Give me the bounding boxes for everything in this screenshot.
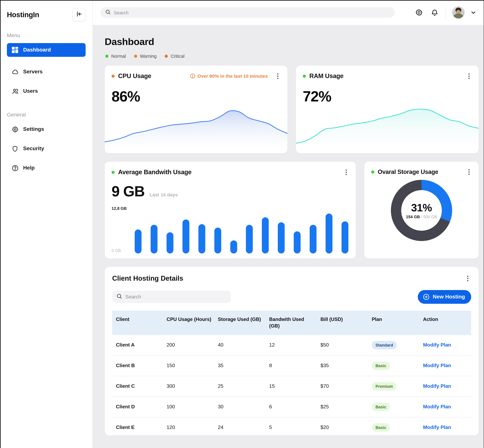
bandwidth-bar [262, 217, 269, 254]
cpu-status-dot [112, 74, 115, 78]
bandwidth-card-menu[interactable] [343, 169, 350, 175]
modify-plan-link[interactable]: Modify Plan [423, 425, 451, 430]
search-icon [116, 294, 122, 300]
sidebar-item-servers[interactable]: Servers [7, 65, 86, 79]
global-search[interactable] [100, 7, 395, 18]
sidebar-collapse-button[interactable] [73, 8, 86, 21]
bandwidth-used: 8 [266, 355, 317, 376]
modify-plan-link[interactable]: Modify Plan [423, 342, 451, 348]
legend-label: Warning [140, 54, 156, 59]
client-table-search[interactable] [112, 291, 231, 303]
sidebar-item-label: Settings [23, 126, 44, 132]
search-icon [105, 9, 111, 16]
kebab-menu-icon [277, 73, 279, 79]
y-axis-min-label: 0 GB [112, 248, 132, 253]
shield-icon [11, 145, 19, 152]
plan-badge: Basic [372, 403, 390, 411]
bill-amount: $50 [317, 335, 369, 355]
bandwidth-used: 12 [266, 335, 317, 355]
ram-usage-value: 72% [296, 80, 479, 105]
sidebar-item-security[interactable]: Security [7, 142, 86, 155]
app-window: HostingIn MenuDashboardServersUsersGener… [0, 0, 484, 448]
topbar-divider [446, 7, 446, 18]
bandwidth-value: 9 GB [112, 183, 145, 200]
cpu-hours: 120 [164, 417, 215, 435]
kebab-menu-icon [467, 276, 468, 281]
cloud-icon [11, 68, 19, 76]
user-avatar[interactable] [452, 6, 465, 19]
ram-card-menu[interactable] [466, 73, 472, 79]
storage-used: 24 [215, 417, 266, 435]
cpu-card-menu[interactable] [274, 73, 281, 79]
client-name: Client C [112, 376, 164, 397]
storage-card-menu[interactable] [466, 169, 472, 175]
storage-status-dot [371, 170, 374, 174]
users-icon [11, 88, 19, 95]
client-hosting-title: Client Hosting Details [112, 274, 183, 282]
sidebar-item-dashboard[interactable]: Dashboard [7, 43, 86, 57]
sidebar-item-label: Security [23, 145, 44, 152]
bandwidth-bar [342, 221, 348, 254]
bandwidth-bar [166, 232, 173, 254]
table-row: Client B 150 35 8 $35 Basic Modify Plan [112, 355, 471, 376]
bill-amount: $20 [317, 417, 369, 435]
client-name: Client E [112, 417, 164, 435]
sidebar: HostingIn MenuDashboardServersUsersGener… [0, 0, 93, 448]
bandwidth-usage-card: Average Bandwith Usage 9 GB Last 14 days… [105, 162, 356, 258]
sidebar-section-label: Menu [7, 32, 86, 39]
storage-used-total: 154 GB / 500 GB [406, 215, 437, 219]
chevron-down-icon [471, 10, 476, 15]
modify-plan-link[interactable]: Modify Plan [423, 384, 451, 389]
notifications-button[interactable] [430, 8, 439, 17]
kebab-menu-icon [468, 169, 470, 175]
client-search-input[interactable] [125, 294, 227, 300]
cpu-hours: 300 [164, 376, 215, 397]
bandwidth-bar [198, 224, 205, 254]
cpu-alert: Over 80% in the last 10 minutes [190, 73, 271, 79]
bandwidth-bar [326, 214, 332, 254]
bandwidth-bar [310, 225, 317, 254]
screen-edge-top [0, 0, 484, 0]
cpu-card-title: CPU Usage [118, 72, 151, 80]
notification-bell-icon [431, 9, 438, 16]
new-hosting-button[interactable]: New Hosting [418, 290, 471, 304]
search-input[interactable] [114, 10, 390, 15]
modify-plan-link[interactable]: Modify Plan [423, 404, 451, 409]
bandwidth-bar [278, 222, 285, 254]
client-name: Client B [112, 355, 164, 376]
storage-used: 40 [215, 335, 266, 355]
sidebar-section-general: GeneralSettingsSecurityHelp [0, 104, 92, 175]
bill-amount: $70 [317, 376, 369, 397]
ram-area-chart [296, 106, 479, 153]
client-hosting-menu[interactable] [464, 276, 471, 281]
legend-label: Normal [111, 54, 126, 59]
column-header: Plan [369, 311, 420, 335]
account-menu-chevron[interactable] [471, 10, 476, 15]
cpu-hours: 150 [164, 355, 215, 376]
plan-badge: Basic [372, 361, 390, 370]
sidebar-item-settings[interactable]: Settings [7, 122, 86, 136]
sidebar-item-users[interactable]: Users [7, 84, 86, 98]
storage-used: 25 [215, 376, 266, 397]
cpu-area-chart [105, 106, 287, 153]
ram-card-title: RAM Usage [309, 72, 344, 80]
column-header: Client [112, 311, 164, 335]
modify-plan-link[interactable]: Modify Plan [423, 363, 451, 368]
main-area: Dashboard NormalWarningCritical CPU Usag… [93, 0, 484, 448]
settings-gear-button[interactable] [414, 8, 424, 17]
page-title: Dashboard [105, 36, 479, 48]
sidebar-item-label: Help [23, 165, 35, 171]
table-row: Client C 300 25 15 $70 Premium Modify Pl… [112, 376, 471, 397]
client-name: Client A [112, 335, 164, 355]
app-logo: HostingIn [7, 10, 39, 19]
dashboard-grid-icon [11, 46, 19, 54]
cpu-hours: 100 [164, 397, 215, 417]
bandwidth-bar [246, 225, 253, 254]
plus-circle-icon [423, 294, 430, 300]
sidebar-item-help[interactable]: Help [7, 161, 86, 175]
bandwidth-bar [182, 219, 189, 254]
storage-percent: 31% [411, 202, 432, 214]
legend-item-critical: Critical [165, 54, 185, 59]
plan-badge: Premium [372, 382, 396, 391]
sidebar-item-label: Servers [23, 69, 43, 75]
